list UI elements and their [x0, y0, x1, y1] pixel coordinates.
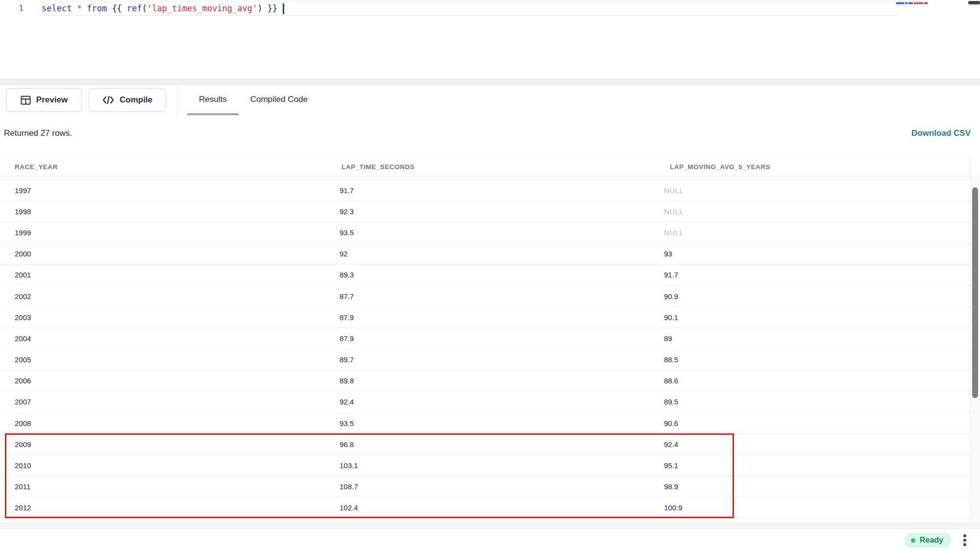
table-cell: 89.3 [325, 271, 649, 279]
table-cell: 89.7 [325, 355, 649, 364]
code-token: ) [257, 3, 262, 13]
text-cursor [283, 3, 284, 14]
table-row: 200189.391.7 [0, 265, 970, 286]
table-cell: 2004 [0, 334, 325, 343]
code-token [107, 3, 112, 13]
bottom-strip [0, 523, 980, 528]
code-token [122, 3, 127, 13]
code-token: ( [142, 3, 147, 13]
table-cell: 95.1 [649, 461, 970, 470]
status-bar: Ready [0, 528, 980, 551]
table-row: 199993.5NULL [0, 222, 970, 243]
table-cell: 92.4 [649, 440, 970, 449]
table-cell: 93.5 [325, 419, 649, 427]
table-cell: 93.5 [325, 228, 649, 237]
code-token: from [87, 3, 107, 13]
code-token [263, 3, 268, 13]
table-cell: 2009 [0, 440, 325, 449]
table-cell: 2011 [0, 482, 325, 491]
table-row: 200996.892.4 [0, 434, 970, 455]
table-cell: 1997 [0, 186, 325, 195]
table-cell: NULL [649, 228, 970, 237]
table-cell: 2005 [0, 355, 325, 364]
table-cell: 91.7 [649, 271, 970, 279]
table-cell: 89.5 [649, 398, 970, 406]
column-header: LAP_TIME_SECONDS [325, 163, 649, 171]
code-editor[interactable]: 1 select * from {{ ref('lap_times_moving… [0, 0, 980, 79]
preview-button[interactable]: Preview [6, 88, 82, 112]
editor-horizontal-scroll-band [0, 79, 980, 86]
code-token: {{ [112, 3, 122, 13]
table-cell: 90.9 [649, 292, 970, 301]
table-icon [21, 96, 31, 105]
table-cell: 87.9 [325, 313, 649, 322]
table-cell: 87.7 [325, 292, 649, 301]
results-tabs: ResultsCompiled Code [187, 85, 319, 115]
table-cell: 2010 [0, 461, 325, 470]
table-cell: 103.1 [325, 461, 649, 470]
table-cell: NULL [649, 207, 970, 216]
table-cell: 90.1 [649, 313, 970, 322]
table-cell: 2007 [0, 398, 325, 406]
table-cell: 91.7 [325, 186, 649, 195]
code-token: 'lap_times_moving_avg' [147, 3, 257, 13]
code-token: }} [268, 3, 277, 13]
table-header: RACE_YEARLAP_TIME_SECONDSLAP_MOVING_AVG_… [0, 157, 970, 176]
table-row: 2012102.4100.9 [0, 498, 970, 519]
column-header: RACE_YEAR [0, 163, 325, 171]
compile-button-label: Compile [120, 95, 152, 105]
toolbar-divider [177, 85, 177, 115]
tab-results[interactable]: Results [187, 85, 239, 115]
vertical-scrollbar-thumb[interactable] [972, 187, 978, 398]
results-summary-bar: Returned 27 rows. Download CSV [0, 115, 980, 157]
code-line[interactable]: select * from {{ ref('lap_times_moving_a… [42, 1, 898, 16]
table-cell: 102.4 [325, 503, 649, 512]
table-row: 200487.989 [0, 328, 970, 349]
line-number-gutter: 1 [0, 1, 24, 15]
table-cell: 89.8 [325, 376, 649, 385]
table-row: 2010103.195.1 [0, 455, 970, 476]
table-row: 200387.990.1 [0, 307, 970, 328]
table-cell: NULL [649, 186, 970, 195]
table-cell: 100.9 [649, 503, 970, 512]
code-icon [102, 96, 114, 104]
table-row: 200893.590.6 [0, 413, 970, 434]
table-body: 199791.7NULL199892.3NULL199993.5NULL2000… [0, 179, 970, 519]
code-token [277, 3, 282, 13]
table-cell: 93 [649, 250, 970, 258]
table-row: 200287.790.9 [0, 286, 970, 307]
compile-button[interactable]: Compile [89, 88, 166, 112]
table-cell: 2003 [0, 313, 325, 322]
table-cell: 2012 [0, 503, 325, 512]
table-cell: 2006 [0, 376, 325, 385]
code-token [82, 3, 87, 13]
ready-status-badge: Ready [905, 533, 952, 548]
table-cell: 89 [649, 334, 970, 343]
code-token: * [77, 3, 82, 13]
editor-top-scrollbar[interactable] [968, 1, 980, 4]
status-dot-icon [911, 538, 915, 543]
table-row: 20009293 [0, 244, 970, 265]
toolbar: Preview Compile ResultsCompiled Code [0, 85, 980, 116]
table-cell: 1998 [0, 207, 325, 216]
table-row: 2011108.798.9 [0, 476, 970, 498]
table-cell: 92.3 [325, 207, 649, 216]
table-row: 199791.7NULL [0, 180, 970, 201]
preview-button-label: Preview [36, 95, 68, 105]
table-cell: 88.5 [649, 355, 970, 364]
table-cell: 92 [325, 250, 649, 258]
editor-minimap-icon[interactable] [896, 1, 928, 5]
table-cell: 2008 [0, 419, 325, 427]
kebab-menu-icon[interactable] [960, 532, 969, 548]
table-cell: 1999 [0, 228, 325, 237]
table-cell: 2000 [0, 250, 325, 258]
download-csv-link[interactable]: Download CSV [911, 128, 971, 138]
table-cell: 2001 [0, 271, 325, 279]
table-row: 199892.3NULL [0, 201, 970, 222]
code-token: ref [127, 3, 142, 13]
column-header: LAP_MOVING_AVG_5_YEARS [649, 163, 970, 171]
table-cell: 90.6 [649, 419, 970, 427]
table-cell: 88.6 [649, 376, 970, 385]
tab-compiled-code[interactable]: Compiled Code [239, 85, 319, 115]
ready-status-label: Ready [920, 536, 943, 545]
